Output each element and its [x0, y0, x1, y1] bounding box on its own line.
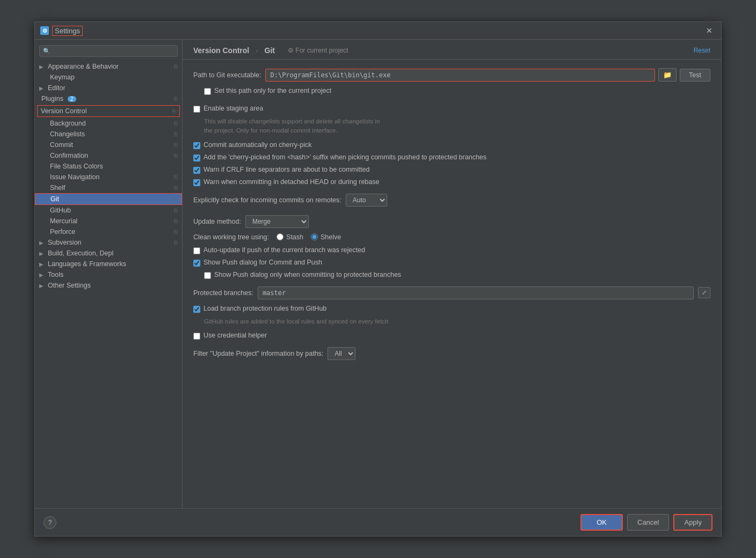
copy-icon[interactable]: ⎘ [174, 131, 178, 137]
bottom-bar: ? OK Cancel Apply [35, 508, 721, 536]
cherry-picked-suffix-label: Add the 'cherry-picked from <hash>' suff… [203, 153, 486, 161]
git-path-input[interactable] [265, 69, 655, 82]
sidebar-item-mercurial[interactable]: Mercurial ⎘ [35, 216, 182, 226]
sidebar-item-changelists[interactable]: Changelists ⎘ [35, 129, 182, 140]
stash-option[interactable]: Stash [277, 233, 303, 241]
form-body: Path to Git executable: 📁 Test Set this … [183, 60, 721, 508]
sidebar-item-shelf[interactable]: Shelf ⎘ [35, 182, 182, 193]
copy-icon[interactable]: ⎘ [174, 218, 178, 224]
sidebar-item-confirmation[interactable]: Confirmation ⎘ [35, 150, 182, 161]
enable-staging-row: Enable staging area [193, 105, 710, 113]
set-path-checkbox[interactable] [204, 88, 211, 95]
sidebar-item-editor[interactable]: ▶ Editor [35, 83, 182, 93]
sidebar-item-languages[interactable]: ▶ Languages & Frameworks [35, 259, 182, 269]
filter-select[interactable]: All [328, 347, 355, 360]
warn-detached-row: Warn when committing in detached HEAD or… [193, 178, 710, 186]
sidebar-item-keymap[interactable]: Keymap [35, 72, 182, 83]
search-input[interactable] [53, 47, 174, 55]
sidebar-item-git[interactable]: Git ⎘ [35, 193, 182, 205]
breadcrumb: Version Control › Git ⚙ For current proj… [193, 46, 348, 55]
shelve-option[interactable]: Shelve [311, 233, 341, 241]
cancel-button[interactable]: Cancel [627, 514, 669, 531]
main-content: Version Control › Git ⚙ For current proj… [183, 40, 721, 508]
sidebar-item-version-control[interactable]: Version Control ⎘ [37, 105, 180, 117]
sidebar-item-build[interactable]: ▶ Build, Execution, Depl [35, 248, 182, 259]
sidebar-item-file-status-colors[interactable]: File Status Colors [35, 161, 182, 172]
path-input-row: 📁 Test [265, 68, 710, 82]
sidebar-item-plugins[interactable]: Plugins 2 ⎘ [35, 93, 182, 104]
load-branch-protection-row: Load branch protection rules from GitHub [193, 305, 710, 313]
copy-icon[interactable]: ⎘ [174, 207, 178, 214]
sidebar-item-other[interactable]: ▶ Other Settings [35, 280, 182, 291]
filter-label: Filter "Update Project" information by p… [193, 350, 323, 357]
close-button[interactable]: ✕ [703, 25, 716, 36]
path-row: Path to Git executable: 📁 Test [193, 68, 710, 82]
sidebar-item-issue-navigation[interactable]: Issue Navigation ⎘ [35, 172, 182, 182]
enable-staging-checkbox[interactable] [193, 106, 200, 113]
cherry-picked-suffix-checkbox[interactable] [193, 155, 200, 161]
load-branch-protection-checkbox[interactable] [193, 306, 200, 313]
update-method-row: Update method: Merge Rebase Branch Defau… [193, 215, 710, 228]
show-push-protected-row: Show Push dialog only when committing to… [204, 271, 710, 279]
update-method-label: Update method: [193, 218, 241, 225]
copy-icon[interactable]: ⎘ [174, 96, 178, 102]
copy-icon[interactable]: ⎘ [172, 108, 176, 114]
warn-crlf-label: Warn if CRLF line separators are about t… [203, 166, 369, 173]
load-branch-protection-label: Load branch protection rules from GitHub [203, 305, 326, 312]
sidebar-item-subversion[interactable]: ▶ Subversion ⎘ [35, 237, 182, 248]
folder-button[interactable]: 📁 [658, 68, 677, 82]
check-incoming-select[interactable]: Auto Always Never [346, 194, 387, 207]
set-path-row: Set this path only for the current proje… [204, 87, 710, 95]
expand-protected-button[interactable]: ⤢ [698, 287, 710, 298]
clean-working-tree-label: Clean working tree using: [193, 233, 269, 241]
expand-arrow-icon: ▶ [39, 85, 43, 91]
copy-icon[interactable]: ⎘ [174, 185, 178, 191]
use-credential-checkbox[interactable] [193, 333, 200, 340]
action-buttons: OK Cancel Apply [580, 514, 713, 531]
copy-icon[interactable]: ⎘ [174, 152, 178, 159]
expand-arrow-icon: ▶ [39, 64, 43, 70]
copy-icon[interactable]: ⎘ [174, 239, 178, 246]
warn-detached-checkbox[interactable] [193, 179, 200, 186]
stash-radio[interactable] [277, 233, 284, 240]
copy-icon[interactable]: ⎘ [174, 120, 178, 127]
copy-icon[interactable]: ⎘ [174, 229, 178, 235]
sidebar-item-background[interactable]: Background ⎘ [35, 118, 182, 129]
sidebar-item-perforce[interactable]: Perforce ⎘ [35, 226, 182, 237]
copy-icon[interactable]: ⎘ [173, 196, 177, 202]
expand-arrow-icon: ▶ [39, 283, 43, 289]
copy-icon[interactable]: ⎘ [174, 142, 178, 148]
sidebar-item-tools[interactable]: ▶ Tools [35, 269, 182, 280]
show-push-dialog-row: Show Push dialog for Commit and Push [193, 259, 710, 267]
show-push-dialog-checkbox[interactable] [193, 260, 200, 267]
auto-update-row: Auto-update if push of the current branc… [193, 246, 710, 254]
reset-link[interactable]: Reset [694, 47, 710, 54]
warn-crlf-row: Warn if CRLF line separators are about t… [193, 166, 710, 174]
protected-branches-label: Protected branches: [193, 289, 253, 297]
ok-button[interactable]: OK [580, 514, 623, 531]
protected-branches-input[interactable] [258, 287, 694, 299]
staging-desc: This will disable changelists support an… [204, 117, 710, 136]
show-push-protected-label: Show Push dialog only when committing to… [214, 271, 401, 278]
update-method-select[interactable]: Merge Rebase Branch Default [245, 215, 309, 228]
shelve-radio[interactable] [311, 233, 318, 240]
cherry-picked-suffix-row: Add the 'cherry-picked from <hash>' suff… [193, 153, 710, 161]
dialog-body: 🔍 ▶ Appearance & Behavior ⎘ Keymap ▶ Edi… [35, 40, 721, 508]
title-bar-left: ⚙ Settings [40, 26, 83, 36]
cherry-pick-checkbox[interactable] [193, 142, 200, 149]
copy-icon[interactable]: ⎘ [174, 174, 178, 180]
cherry-pick-row: Commit automatically on cherry-pick [193, 141, 710, 149]
warn-crlf-checkbox[interactable] [193, 167, 200, 174]
sidebar-item-github[interactable]: GitHub ⎘ [35, 205, 182, 216]
apply-button[interactable]: Apply [673, 514, 713, 531]
help-section: ? [43, 516, 56, 529]
copy-icon[interactable]: ⎘ [174, 63, 178, 70]
show-push-dialog-label: Show Push dialog for Commit and Push [203, 259, 322, 266]
help-button[interactable]: ? [43, 516, 56, 529]
auto-update-checkbox[interactable] [193, 247, 200, 254]
test-button[interactable]: Test [680, 69, 710, 82]
sidebar-item-appearance[interactable]: ▶ Appearance & Behavior ⎘ [35, 61, 182, 72]
show-push-protected-checkbox[interactable] [204, 272, 211, 279]
search-box: 🔍 [39, 45, 178, 57]
sidebar-item-commit[interactable]: Commit ⎘ [35, 140, 182, 150]
